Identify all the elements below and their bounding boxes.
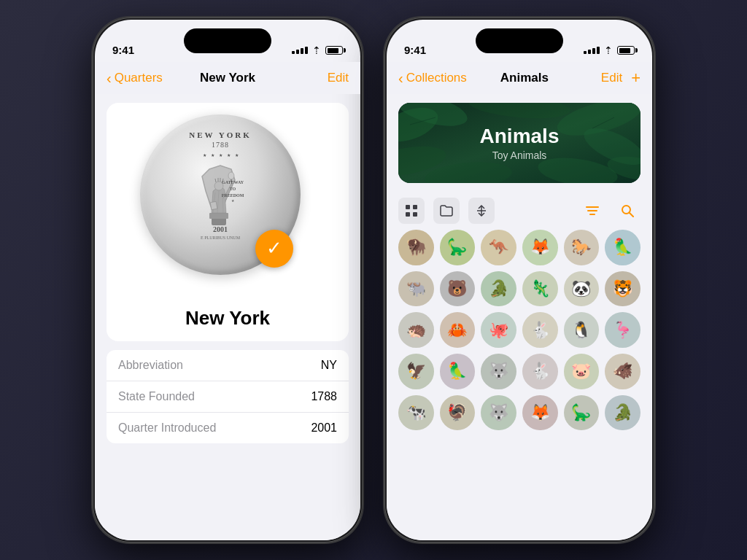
back-label-2: Collections xyxy=(406,71,467,85)
animal-item[interactable]: 🦬 xyxy=(398,230,434,265)
svg-text:FREEDOM: FREEDOM xyxy=(222,193,244,198)
animal-item[interactable]: 🦅 xyxy=(398,354,434,389)
coin-image-container: NEW YORK 1788 ★ ★ ★ ★ ★ xyxy=(140,114,315,289)
animal-emoji: 🦔 xyxy=(406,321,426,340)
animal-emoji: 🦜 xyxy=(613,238,632,257)
animal-emoji: 🐻 xyxy=(447,279,467,298)
filter-button[interactable] xyxy=(579,198,605,224)
svg-text:GATEWAY: GATEWAY xyxy=(222,180,244,184)
animal-item[interactable]: 🐷 xyxy=(564,354,600,389)
animal-item[interactable]: 🦊 xyxy=(522,395,558,431)
animal-item[interactable]: 🦔 xyxy=(398,312,434,348)
animal-item[interactable]: 🦩 xyxy=(605,312,640,348)
animal-item[interactable]: 🐇 xyxy=(522,354,558,389)
animal-item[interactable]: 🐎 xyxy=(564,230,600,265)
animal-emoji: 🐼 xyxy=(571,279,591,298)
coin-stars: ★ ★ ★ ★ ★ xyxy=(140,152,301,158)
animal-emoji: 🦎 xyxy=(530,279,550,298)
svg-rect-12 xyxy=(210,201,217,209)
animal-item[interactable]: 🐗 xyxy=(605,354,640,389)
animal-emoji: 🐗 xyxy=(613,362,632,381)
coin-card: NEW YORK 1788 ★ ★ ★ ★ ★ xyxy=(107,103,349,341)
collection-subtitle: Toy Animals xyxy=(492,149,547,161)
animal-item[interactable]: 🐺 xyxy=(481,395,516,431)
coin-text-ny: NEW YORK xyxy=(189,131,251,139)
collection-header: Animals Toy Animals xyxy=(398,103,640,183)
animal-item[interactable]: 🦜 xyxy=(605,230,640,265)
info-value-quarter-introduced: 2001 xyxy=(311,421,337,435)
signal-icon xyxy=(292,47,308,54)
animal-item[interactable]: 🐼 xyxy=(564,271,600,307)
back-button-2[interactable]: ‹ Collections xyxy=(398,71,467,85)
edit-button-2[interactable]: Edit xyxy=(601,71,622,85)
animal-emoji: 🐙 xyxy=(489,321,508,340)
animal-item[interactable]: 🦀 xyxy=(440,312,476,348)
edit-button-1[interactable]: Edit xyxy=(328,71,349,85)
grid-view-button[interactable] xyxy=(398,198,425,224)
folder-view-button[interactable] xyxy=(433,198,460,224)
coin-text-1788: 1788 xyxy=(212,141,229,149)
phone2-content: Animals Toy Animals xyxy=(387,94,652,540)
animal-item[interactable]: 🦊 xyxy=(522,230,558,265)
animal-emoji: 🦬 xyxy=(406,238,426,257)
animal-emoji: 🦜 xyxy=(447,362,467,381)
status-icons-1: ⇡ xyxy=(292,44,343,56)
svg-text:2001: 2001 xyxy=(213,225,228,233)
svg-line-41 xyxy=(630,213,634,217)
animal-item[interactable]: 🦕 xyxy=(440,230,476,265)
animal-item[interactable]: 🐺 xyxy=(481,354,516,389)
animal-item[interactable]: 🐙 xyxy=(481,312,516,348)
animal-item[interactable]: 🦎 xyxy=(522,271,558,307)
info-label-quarter-introduced: Quarter Introduced xyxy=(118,421,216,435)
dynamic-island xyxy=(184,28,271,53)
phone-1: 9:41 ⇡ ‹ Qua xyxy=(93,18,363,542)
dynamic-island-2 xyxy=(476,28,563,53)
animal-emoji: 🐧 xyxy=(571,321,591,340)
animal-emoji: 🐇 xyxy=(530,362,550,381)
sort-button[interactable] xyxy=(468,198,495,224)
animal-emoji: 🐯 xyxy=(613,279,632,298)
animal-item[interactable]: 🦜 xyxy=(440,354,476,389)
animal-emoji: 🐺 xyxy=(489,362,508,381)
animal-item[interactable]: 🐊 xyxy=(481,271,516,307)
back-label-1: Quarters xyxy=(115,71,163,85)
nav-actions-1: Edit xyxy=(290,71,349,85)
battery-icon-2 xyxy=(617,46,635,55)
coin-statue-svg: GATEWAY TO FREEDOM ★ 2001 E PLURIBUS UNU… xyxy=(173,147,268,242)
animal-emoji: 🐊 xyxy=(489,279,508,298)
add-button-2[interactable]: + xyxy=(631,69,640,88)
battery-icon xyxy=(325,46,343,55)
coin-title: New York xyxy=(185,307,270,330)
animal-item[interactable]: 🦘 xyxy=(481,230,516,265)
animal-item[interactable]: 🐄 xyxy=(398,395,434,431)
animal-emoji: 🦕 xyxy=(447,238,467,257)
info-value-abbreviation: NY xyxy=(321,359,337,372)
coin-visual[interactable]: NEW YORK 1788 ★ ★ ★ ★ ★ xyxy=(140,114,301,275)
wifi-icon: ⇡ xyxy=(312,44,321,56)
check-icon: ✓ xyxy=(266,239,282,258)
animal-item[interactable]: 🐯 xyxy=(605,271,640,307)
info-section: Abbreviation NY State Founded 1788 Quart… xyxy=(107,350,349,443)
collection-title: Animals xyxy=(480,125,560,148)
info-row-state-founded: State Founded 1788 xyxy=(107,381,349,413)
status-time-2: 9:41 xyxy=(404,44,426,56)
info-label-state-founded: State Founded xyxy=(118,390,195,403)
search-button[interactable] xyxy=(614,198,640,224)
animal-item[interactable]: 🐃 xyxy=(398,271,434,307)
animal-emoji: 🦃 xyxy=(447,403,467,422)
chevron-left-icon: ‹ xyxy=(107,71,112,85)
info-value-state-founded: 1788 xyxy=(311,390,337,403)
animal-item[interactable]: 🐊 xyxy=(605,395,640,431)
svg-text:TO: TO xyxy=(230,187,236,191)
info-label-abbreviation: Abbreviation xyxy=(118,359,183,372)
animal-item[interactable]: 🦃 xyxy=(440,395,476,431)
back-button-1[interactable]: ‹ Quarters xyxy=(107,71,165,85)
svg-rect-33 xyxy=(406,212,410,217)
animal-item[interactable]: 🦕 xyxy=(564,395,600,431)
animal-item[interactable]: 🐇 xyxy=(522,312,558,348)
animal-item[interactable]: 🐻 xyxy=(440,271,476,307)
animal-item[interactable]: 🐧 xyxy=(564,312,600,348)
signal-icon-2 xyxy=(584,47,600,54)
svg-rect-1 xyxy=(209,213,228,219)
animal-emoji: 🦩 xyxy=(613,321,632,340)
